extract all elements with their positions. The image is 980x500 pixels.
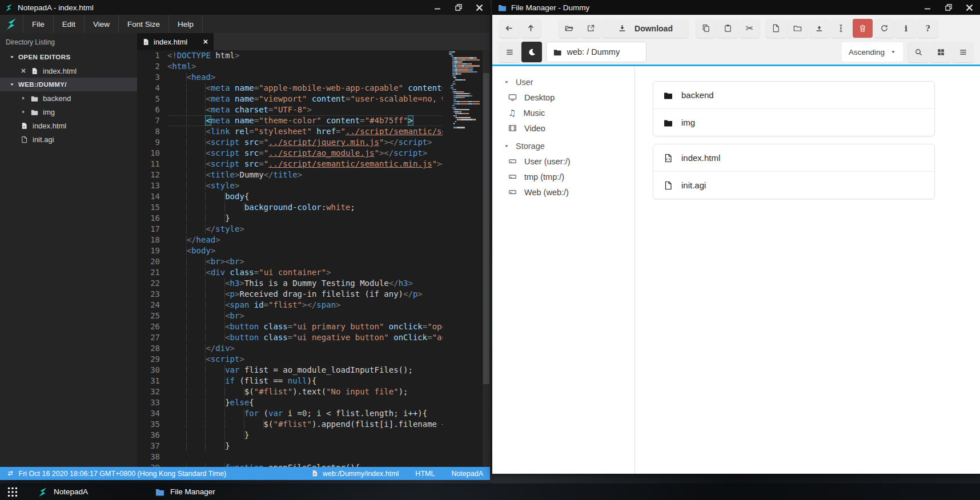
code-line[interactable]: 5 <meta name="viewport" content="user-sc… — [137, 94, 443, 104]
fm-maximize-button[interactable] — [938, 0, 959, 15]
new-folder-button[interactable] — [788, 19, 808, 38]
code-line[interactable]: 27 <button class="ui negative button" on… — [137, 332, 443, 343]
menu-view[interactable]: View — [84, 15, 118, 33]
code-line[interactable]: 1<!DOCTYPE html> — [137, 50, 443, 61]
editor-scrollbar-thumb[interactable] — [483, 73, 489, 384]
fm-minimize-button[interactable] — [917, 0, 938, 15]
caret-right-icon[interactable] — [21, 109, 26, 115]
code-line[interactable]: 24 <span id="flist"></span> — [137, 300, 443, 311]
close-button[interactable] — [469, 0, 490, 15]
app-launcher-button[interactable] — [0, 483, 25, 500]
maximize-button[interactable] — [448, 0, 469, 15]
code-line[interactable]: 30 var flist = ao_module_loadInputFiles(… — [137, 365, 443, 376]
editor-scrollbar[interactable] — [483, 50, 490, 467]
info-button[interactable]: i — [896, 19, 916, 38]
code-line[interactable]: 4 <meta name="apple-mobile-web-app-capab… — [137, 83, 443, 94]
tab-index-html[interactable]: index.html — [137, 33, 214, 50]
code-line[interactable]: 15 background-color:white; — [137, 202, 443, 213]
theme-toggle-button[interactable] — [521, 42, 542, 62]
taskbar-item-file-manager[interactable]: File Manager — [146, 483, 260, 500]
copy-button[interactable] — [696, 19, 716, 38]
editor-minimap[interactable] — [449, 51, 480, 129]
menu-button[interactable] — [499, 42, 520, 62]
fm-close-button[interactable] — [959, 0, 980, 15]
code-line[interactable]: 8 <link rel="stylesheet" href="../script… — [137, 126, 443, 137]
sidebar-section-header-user[interactable]: User — [492, 74, 634, 90]
search-button[interactable] — [908, 42, 929, 62]
list-view-button[interactable] — [953, 42, 973, 62]
code-line[interactable]: 11 <script src="../script/semantic/seman… — [137, 159, 443, 170]
code-line[interactable]: 38 — [137, 451, 443, 462]
code-line[interactable]: 19 <body> — [137, 245, 443, 256]
tree-section-web-dummy[interactable]: WEB:/DUMMY/ — [0, 78, 137, 91]
refresh-button[interactable] — [874, 19, 894, 38]
upload-button[interactable] — [809, 19, 829, 38]
code-line[interactable]: 28 </div> — [137, 343, 443, 354]
sidebar-item-tmp-tmp[interactable]: tmp (tmp:/) — [492, 169, 634, 184]
back-button[interactable] — [499, 19, 519, 38]
delete-button[interactable] — [853, 19, 873, 38]
cut-button[interactable]: ✂ — [740, 19, 760, 38]
sidebar-item-user-user[interactable]: User (user:/) — [492, 154, 634, 169]
code-line[interactable]: 20 <br><br> — [137, 256, 443, 267]
sidebar-item-desktop[interactable]: Desktop — [492, 90, 634, 105]
code-line[interactable]: 14 body{ — [137, 191, 443, 202]
sort-order-select[interactable]: Ascending — [842, 42, 903, 62]
sidebar-item-web-web[interactable]: Web (web:/) — [492, 184, 634, 200]
code-area[interactable]: 1<!DOCTYPE html>2<html>3 <head>4 <meta n… — [137, 50, 443, 467]
file-row-init-agi[interactable]: init.agi — [653, 171, 934, 199]
code-line[interactable]: 34 for (var i =0; i < flist.length; i++)… — [137, 408, 443, 419]
tree-section-open-editors[interactable]: OPEN EDITORS — [0, 50, 137, 64]
minimize-button[interactable] — [427, 0, 448, 15]
code-line[interactable]: 35 $("#flist").append(flist[i].filename … — [137, 419, 443, 430]
tab-close-icon[interactable] — [203, 39, 208, 45]
taskbar-item-notepada[interactable]: NotepadA — [29, 483, 143, 500]
caret-right-icon[interactable] — [21, 95, 26, 101]
code-line[interactable]: 18 </head> — [137, 235, 443, 245]
code-line[interactable]: 29 <script> — [137, 354, 443, 365]
code-line[interactable]: 13 <style> — [137, 180, 443, 191]
code-line[interactable]: 39 function openFileSelector(){ — [137, 462, 443, 467]
tree-item-img[interactable]: img — [0, 105, 137, 119]
breadcrumb[interactable]: web: / Dummy — [546, 42, 646, 62]
code-line[interactable]: 2<html> — [137, 61, 443, 72]
code-line[interactable]: 16 } — [137, 213, 443, 224]
tree-item-index-html[interactable]: index.html — [0, 64, 137, 78]
tree-item-init-agi[interactable]: init.agi — [0, 132, 137, 146]
code-line[interactable]: 37 } — [137, 441, 443, 451]
file-row-backend[interactable]: backend — [653, 82, 934, 108]
close-icon[interactable] — [21, 68, 26, 74]
paste-button[interactable] — [718, 19, 738, 38]
code-line[interactable]: 21 <div class="ui container"> — [137, 267, 443, 278]
tree-item-backend[interactable]: backend — [0, 91, 137, 105]
code-line[interactable]: 32 $("#flist").text("No input file"); — [137, 386, 443, 397]
code-line[interactable]: 25 <br> — [137, 311, 443, 321]
open-external-button[interactable] — [581, 19, 601, 38]
code-line[interactable]: 7 <meta name="theme-color" content="#4b7… — [137, 115, 443, 126]
code-editor[interactable]: 1<!DOCTYPE html>2<html>3 <head>4 <meta n… — [137, 50, 490, 467]
download-button[interactable]: Download — [603, 19, 688, 38]
sidebar-section-header-storage[interactable]: Storage — [492, 138, 634, 154]
code-line[interactable]: 17 </style> — [137, 224, 443, 235]
menu-edit[interactable]: Edit — [53, 15, 84, 33]
code-line[interactable]: 31 if (flist == null){ — [137, 376, 443, 386]
menu-help[interactable]: Help — [168, 15, 203, 33]
code-line[interactable]: 26 <button class="ui primary button" onc… — [137, 321, 443, 332]
code-line[interactable]: 22 <h3>This is a Dummy Testing Module</h… — [137, 278, 443, 289]
file-row-index-html[interactable]: index.html — [653, 144, 934, 171]
tree-item-index-html[interactable]: index.html — [0, 119, 137, 132]
code-line[interactable]: 12 <title>Dummy</title> — [137, 170, 443, 180]
open-button[interactable] — [559, 19, 579, 38]
code-line[interactable]: 6 <meta charset="UTF-8"> — [137, 104, 443, 115]
sidebar-item-music[interactable]: ♫Music — [492, 105, 634, 120]
code-line[interactable]: 36 } — [137, 430, 443, 441]
code-line[interactable]: 23 <p>Received drag-in filelist (if any)… — [137, 289, 443, 300]
sidebar-item-video[interactable]: Video — [492, 120, 634, 136]
grid-view-button[interactable] — [930, 42, 951, 62]
code-line[interactable]: 9 <script src="../script/jquery.min.js">… — [137, 137, 443, 148]
code-line[interactable]: 3 <head> — [137, 72, 443, 83]
code-line[interactable]: 10 <script src="../script/ao_module.js">… — [137, 148, 443, 159]
file-row-img[interactable]: img — [653, 108, 934, 136]
code-line[interactable]: 33 }else{ — [137, 397, 443, 408]
menu-file[interactable]: File — [23, 15, 53, 33]
